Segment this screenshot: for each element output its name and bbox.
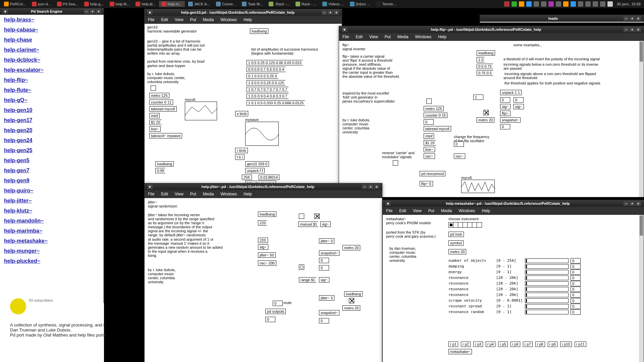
tabread-object[interactable]: tabread mycoll	[424, 126, 451, 131]
message[interactable]: 0.99	[155, 168, 166, 173]
param-value[interactable]: 0	[571, 258, 581, 263]
array-display[interactable]	[461, 180, 495, 193]
param-slider[interactable]	[525, 264, 569, 269]
tb-app-14[interactable]: Termin...	[373, 1, 399, 7]
menu-view[interactable]: View	[366, 34, 381, 40]
menu-view[interactable]: View	[171, 191, 187, 197]
message[interactable]: 1 0.5 0.25 0.125 0.06 0.03 0.015	[247, 60, 303, 65]
tb-app-13[interactable]: [Inbox ...	[347, 1, 373, 7]
message[interactable]: 220	[258, 220, 267, 226]
clock[interactable]: 30 janv., 18:58	[615, 2, 643, 6]
line-object[interactable]: line~	[149, 126, 161, 132]
menu-put[interactable]: Put	[381, 34, 394, 40]
loadbang-object[interactable]: loadbang	[250, 28, 268, 34]
menu-icon[interactable]: ▾	[3, 9, 8, 14]
menu-windows[interactable]: Windows	[455, 207, 479, 214]
loadbang-object[interactable]: loadbang	[344, 291, 363, 297]
number[interactable]: 0	[319, 318, 329, 323]
jitter-object[interactable]: jitter~ 5	[319, 295, 334, 301]
search-result[interactable]: help-gen25	[0, 145, 103, 156]
tb-app-12[interactable]: Videos ...	[320, 1, 346, 7]
tb-app-1[interactable]: purr-d...	[29, 1, 54, 7]
array-display[interactable]	[185, 102, 217, 120]
number[interactable]: 0	[319, 258, 329, 263]
minimize-button[interactable]: −	[624, 201, 629, 206]
param-value[interactable]: 0	[571, 281, 581, 286]
search-result[interactable]: help-gen17	[0, 115, 103, 125]
menu-put[interactable]: Put	[187, 16, 200, 23]
menu-edit[interactable]: Edit	[158, 191, 171, 197]
maximize-button[interactable]: +	[630, 27, 635, 32]
search-result[interactable]: help-clarinet~	[0, 45, 103, 55]
symbol-object[interactable]: symbol	[448, 240, 464, 246]
menu-file[interactable]: File	[145, 191, 158, 197]
menu-file[interactable]: File	[383, 207, 396, 214]
tray-icon[interactable]	[512, 1, 517, 7]
tray-icon[interactable]	[563, 1, 569, 7]
close-button[interactable]: ×	[374, 184, 379, 189]
mtof-object[interactable]: mtof	[424, 133, 434, 139]
patch-canvas[interactable]: gen10 harmonic wavetable generator gen10…	[145, 24, 342, 183]
search-result[interactable]: help-flip~	[0, 75, 103, 85]
maximize-button[interactable]: +	[630, 201, 635, 206]
message[interactable]: range $1	[299, 277, 317, 283]
tray-icon[interactable]	[504, 1, 509, 7]
close-button[interactable]: ×	[96, 9, 101, 14]
tb-app-9[interactable]: Task M...	[239, 1, 265, 7]
toggle[interactable]	[349, 298, 354, 303]
tb-app-2[interactable]: Pd Sea...	[54, 1, 81, 7]
minimize-button[interactable]: −	[624, 27, 629, 32]
number[interactable]: 0	[500, 97, 510, 103]
param-slider[interactable]	[525, 293, 569, 297]
subpatch[interactable]: pd instr	[448, 232, 464, 237]
metashake-object[interactable]: metashake~	[448, 349, 472, 354]
minimize-button[interactable]: −	[624, 16, 629, 21]
patch-canvas[interactable]: jitter~ signal randomizer. jitter~ takes…	[145, 198, 382, 362]
param-slider[interactable]	[525, 270, 569, 275]
param-value[interactable]: 0	[571, 309, 581, 315]
param-value[interactable]: 0	[571, 264, 581, 269]
search-result[interactable]: help-jitter~	[0, 196, 103, 206]
tb-app-7[interactable]: JACK A...	[185, 1, 213, 7]
tray-icon[interactable]	[571, 1, 576, 7]
sig-object[interactable]: sig~	[514, 104, 524, 109]
jitter-object[interactable]: jitter~ 50	[258, 252, 276, 258]
number[interactable]: 258	[242, 175, 252, 180]
subpatch[interactable]: pd outputs	[265, 309, 286, 314]
osc-object[interactable]: osc~ 200	[258, 260, 276, 266]
number[interactable]: 0	[273, 301, 283, 306]
menu-help[interactable]: Help	[240, 16, 255, 23]
receive-object[interactable]: r p4	[486, 342, 495, 347]
param-slider[interactable]	[525, 304, 569, 309]
minimize-button[interactable]: −	[322, 10, 327, 15]
avatar[interactable]	[10, 298, 26, 314]
osc-object[interactable]: osc~	[424, 154, 435, 159]
receive-object[interactable]: r p11	[575, 342, 586, 347]
tb-app-3[interactable]: help-g...	[82, 1, 106, 7]
search-result[interactable]: help-gen7	[0, 166, 103, 176]
receive-object[interactable]: r p1	[448, 342, 458, 347]
menu-media[interactable]: Media	[200, 191, 217, 197]
search-result[interactable]: help-chase	[0, 35, 103, 45]
number[interactable]: 220	[258, 238, 268, 243]
gen10-object[interactable]: gen10 259 0	[245, 161, 269, 167]
search-result[interactable]: help-brass~	[0, 15, 103, 25]
param-value[interactable]: 0	[571, 275, 581, 281]
patch-canvas[interactable]: metashake~ perry cook's PhISM models por…	[383, 215, 644, 362]
menu-put[interactable]: Put	[425, 207, 438, 214]
message[interactable]: 1 0.5 0.9 0.4 0.8 0.3 0.7	[247, 94, 289, 99]
tb-app-10[interactable]: .Rack -...	[266, 1, 292, 7]
metro-object[interactable]: metro 125	[149, 93, 169, 98]
unpack-object[interactable]: unpack 1 1	[500, 90, 522, 95]
search-result[interactable]: help-mandolin~	[0, 216, 103, 226]
instrument-radio[interactable]	[448, 222, 482, 228]
tray-icon[interactable]	[593, 1, 598, 7]
flip-object[interactable]: flip~	[500, 111, 511, 116]
sig-object[interactable]: sig~	[500, 104, 511, 109]
toggle[interactable]	[314, 214, 320, 219]
tray-icon[interactable]	[600, 1, 605, 7]
menu-help[interactable]: Help	[435, 34, 450, 40]
message[interactable]: $1 20	[149, 120, 162, 125]
line-object[interactable]: line~	[424, 147, 435, 152]
param-slider[interactable]	[525, 276, 569, 280]
